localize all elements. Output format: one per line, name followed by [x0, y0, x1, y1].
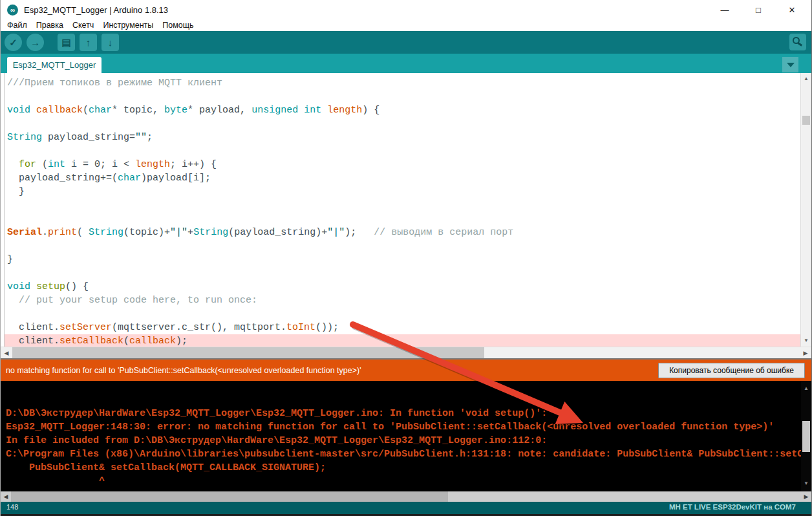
tab-esp32-mqtt-logger[interactable]: Esp32_MQTT_Logger: [7, 57, 102, 73]
title-bar: ∞ Esp32_MQTT_Logger | Arduino 1.8.13 — □…: [1, 0, 811, 19]
tab-label: Esp32_MQTT_Logger: [13, 60, 96, 70]
console-line: In file included from D:\DB\Экструдер\Ha…: [6, 434, 801, 447]
code-line[interactable]: [5, 117, 800, 131]
arrow-right-icon: →: [30, 37, 40, 48]
code-line[interactable]: }: [5, 185, 800, 199]
status-bar: 148 MH ET LIVE ESP32DevKIT на COM7: [1, 502, 811, 512]
code-line[interactable]: ///Прием топиков в режиме MQTT клиент: [5, 76, 800, 90]
error-banner: no matching function for call to 'PubSub…: [1, 360, 811, 381]
console-line: C:\Program Files (x86)\Arduino\libraries…: [6, 447, 801, 461]
save-button[interactable]: ↓: [102, 34, 119, 51]
window-bottom-edge: [1, 512, 811, 516]
tab-list-dropdown-button[interactable]: [782, 57, 798, 72]
code-line[interactable]: [5, 90, 800, 103]
copy-error-button[interactable]: Копировать сообщение об ошибке: [658, 363, 805, 378]
menu-bar: ФайлПравкаСкетчИнструментыПомощь: [1, 19, 811, 31]
arduino-ide-window: ∞ Esp32_MQTT_Logger | Arduino 1.8.13 — □…: [0, 0, 812, 516]
console-hscroll-thumb[interactable]: [11, 491, 448, 502]
code-line[interactable]: for (int i = 0; i < length; i++) {: [5, 158, 800, 171]
code-line[interactable]: void callback(char* topic, byte* payload…: [5, 103, 800, 117]
maximize-button[interactable]: □: [752, 5, 765, 15]
build-console[interactable]: D:\DB\Экструдер\HardWare\Esp32_MQTT_Logg…: [1, 381, 811, 491]
menu-item-помощь[interactable]: Помощь: [158, 19, 198, 31]
editor-vscroll-thumb[interactable]: [802, 116, 810, 125]
scroll-right-icon[interactable]: ▶: [801, 491, 811, 502]
editor-hscroll-thumb[interactable]: [12, 347, 484, 358]
console-line: PubSubClient& setCallback(MQTT_CALLBACK_…: [6, 461, 801, 475]
scroll-right-icon[interactable]: ▶: [800, 347, 811, 359]
editor-hscroll-track: [484, 347, 800, 358]
minimize-button[interactable]: —: [718, 5, 731, 15]
cursor-line-number: 148: [1, 503, 18, 511]
chevron-down-icon: [787, 63, 795, 67]
scroll-up-icon[interactable]: ▲: [801, 74, 811, 84]
scroll-left-icon[interactable]: ◀: [1, 347, 12, 359]
console-line: Esp32_MQTT_Logger:148:30: error: no matc…: [6, 420, 801, 434]
console-horizontal-scrollbar[interactable]: ◀ ▶: [1, 491, 811, 502]
menu-item-скетч[interactable]: Скетч: [68, 19, 98, 31]
close-button[interactable]: ✕: [785, 5, 798, 15]
code-line[interactable]: [5, 144, 800, 158]
console-line: ^: [6, 475, 801, 488]
scroll-up-icon[interactable]: ▲: [801, 383, 811, 394]
tab-strip: Esp32_MQTT_Logger: [1, 54, 811, 73]
code-line[interactable]: [5, 199, 800, 212]
menu-item-инструменты[interactable]: Инструменты: [98, 19, 158, 31]
code-line[interactable]: payload_string+=(char)payload[i];: [5, 171, 800, 185]
code-line[interactable]: [5, 266, 800, 280]
editor-horizontal-scrollbar[interactable]: ◀ ▶: [1, 347, 811, 358]
arrow-up-icon: ↑: [86, 37, 91, 48]
check-icon: ✓: [9, 37, 17, 48]
code-line[interactable]: [5, 307, 800, 321]
board-port-info: MH ET LIVE ESP32DevKIT на COM7: [669, 503, 811, 511]
new-sketch-button[interactable]: ▤: [58, 34, 75, 51]
scroll-left-icon[interactable]: ◀: [1, 491, 11, 502]
arrow-down-icon: ↓: [108, 37, 113, 48]
serial-monitor-button[interactable]: [789, 34, 806, 50]
code-line[interactable]: Serial.print( String(topic)+"|"+String(p…: [5, 226, 800, 239]
upload-button[interactable]: →: [27, 34, 44, 51]
code-line-highlighted[interactable]: client.setCallback(callback);: [5, 334, 800, 347]
console-line: D:\DB\Экструдер\HardWare\Esp32_MQTT_Logg…: [6, 407, 801, 420]
console-output[interactable]: D:\DB\Экструдер\HardWare\Esp32_MQTT_Logg…: [1, 381, 801, 491]
scroll-down-icon[interactable]: ▼: [801, 478, 811, 489]
open-button[interactable]: ↑: [80, 34, 97, 51]
code-line[interactable]: }: [5, 253, 800, 266]
error-message: no matching function for call to 'PubSub…: [6, 366, 361, 375]
toolbar: ✓→▤↑↓: [1, 31, 811, 54]
code-line[interactable]: client.setServer(mqttserver.c_str(), mqt…: [5, 321, 800, 334]
code-line[interactable]: String payload_string="";: [5, 131, 800, 144]
document-icon: ▤: [61, 37, 70, 48]
code-editor[interactable]: ///Прием топиков в режиме MQTT клиент vo…: [1, 73, 800, 347]
code-line[interactable]: // put your setup code here, to run once…: [5, 294, 800, 307]
code-line[interactable]: void setup() {: [5, 280, 800, 294]
code-line[interactable]: [5, 212, 800, 226]
arduino-logo-icon: ∞: [7, 5, 18, 16]
verify-button[interactable]: ✓: [5, 34, 22, 51]
scroll-down-icon[interactable]: ▼: [801, 336, 811, 346]
console-vertical-scrollbar[interactable]: ▲ ▼: [801, 381, 811, 491]
menu-item-правка[interactable]: Правка: [32, 19, 68, 31]
console-hscroll-track: [448, 491, 801, 502]
console-vscroll-thumb[interactable]: [802, 421, 810, 452]
window-title: Esp32_MQTT_Logger | Arduino 1.8.13: [24, 5, 168, 15]
code-line[interactable]: [5, 239, 800, 253]
menu-item-файл[interactable]: Файл: [3, 19, 32, 31]
magnifier-icon: [793, 37, 800, 44]
editor-vertical-scrollbar[interactable]: ▲ ▼: [800, 73, 811, 347]
